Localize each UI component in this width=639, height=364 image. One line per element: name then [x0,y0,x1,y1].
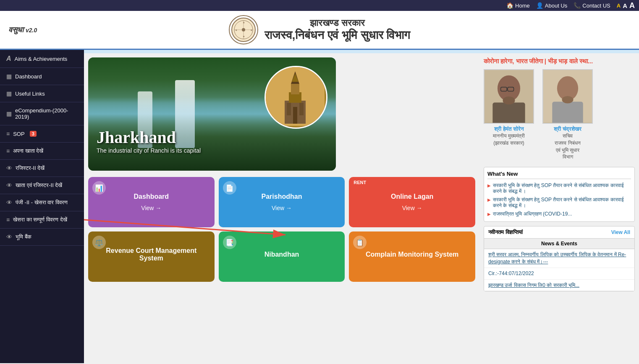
ecompendium-icon: ▦ [6,110,12,117]
tile-online-lagan-view[interactable]: View → [402,205,422,211]
tile-parishodhan-title: Parishodhan [262,193,302,200]
sidebar-item-useful-links[interactable]: ▦ Useful Links [0,85,84,102]
sidebar: A Aims & Achievements ▦ Dashboard ▦ Usef… [0,50,84,363]
about-us-nav-item[interactable]: 👤 About Us [536,2,567,9]
home-nav-item[interactable]: 🏠 Home [506,2,530,9]
sidebar-item-apna-khata[interactable]: ≡ अपना खाता देखें [0,143,84,160]
sidebar-item-sop[interactable]: ≡ SOP 3 [0,125,84,143]
apna-khata-icon: ≡ [6,148,10,154]
main-center: Jharkhand The industrial city of Ranchi … [84,53,479,363]
svg-rect-20 [492,103,525,124]
sidebar-item-ecompendium[interactable]: ▦ eCompendium-(2000-2019) [0,102,84,125]
tile-complain-title: Complain Monitoring System [366,251,458,258]
tile-revenue-court[interactable]: ⚖️ Revenue Court Management System [88,231,215,282]
hero-image: Jharkhand The industrial city of Ranchi … [88,57,336,171]
contact-us-nav-item[interactable]: 📞 Contact US [574,2,610,9]
sidebar-dashboard-label: Dashboard [15,73,42,80]
sidebar-item-aims[interactable]: A Aims & Achievements [0,50,84,68]
naveenatam-title: नवीनतम विज्ञप्तियां [488,229,523,236]
sidebar-sop-label: SOP [13,131,24,137]
bhoomi-bank-icon: 👁 [6,234,12,240]
svg-point-28 [562,96,573,103]
tile-nibandhan[interactable]: 📑 Nibandhan [219,231,345,282]
news-item-3-text: झारखण्ड उर्जा विकास निगम लि0 को सरकारी भ… [488,282,579,288]
secretary-portrait-svg [543,69,592,124]
svg-rect-27 [552,102,583,124]
sidebar-panji-ii-label: पंजी -II - खेसरा वार विवरण [16,199,68,206]
header-title-block: झारखण्ड सरकार राजस्व,निबंधन एवं भूमि सुध… [265,18,411,42]
cm-photo [484,69,534,124]
tile-dashboard-view[interactable]: View → [141,205,161,211]
whats-new-item-3[interactable]: राजस्वत्रित भूमि अधिग्रहण (COVID-19... [487,210,631,218]
content-body: Jharkhand The industrial city of Ranchi … [84,53,639,363]
news-item-1-text: श्री सरवर आलम, निम्नवर्गीय लिपिक को उच्च… [488,252,626,265]
khesra-icon: ≡ [6,216,10,223]
whats-new-item-2[interactable]: सरकारी भूमि के संरक्षण हेतु SOP तैयार कर… [487,195,631,210]
news-events-header: News & Events [484,239,634,249]
official-cm: श्री हेमंत सोरेन माननीय मुख्यमंत्री (झार… [484,69,534,161]
sidebar-item-panji-ii[interactable]: 👁 पंजी -II - खेसरा वार विवरण [0,194,84,211]
svg-rect-16 [287,103,291,115]
secretary-name: श्री चंद्रशेखर [554,126,581,133]
svg-text:★: ★ [235,29,237,31]
tile-complain-monitoring[interactable]: 📋 Complain Monitoring System [349,231,475,282]
news-item-1[interactable]: श्री सरवर आलम, निम्नवर्गीय लिपिक को उच्च… [484,249,634,268]
brand-version: v2.0 [26,27,37,34]
sidebar-item-dashboard[interactable]: ▦ Dashboard [0,68,84,85]
tile-online-lagan[interactable]: RENT Online Lagan View → [349,177,475,227]
news-item-2-text: Cir.:-744:07/12/2022 [488,270,534,276]
home-icon: 🏠 [506,2,513,9]
svg-rect-17 [299,103,304,115]
contact-us-label: Contact US [582,3,610,9]
naveenatam-header: नवीनतम विज्ञप्तियां View All [484,226,634,239]
sidebar-item-bhoomi-bank[interactable]: 👁 भूमि बैंक [0,229,84,246]
font-size-small[interactable]: A [617,3,621,9]
whats-new-item-1[interactable]: सरकारी भूमि के संरक्षण हेतु SOP तैयार कर… [487,181,631,195]
secretary-photo [542,69,593,124]
news-item-3[interactable]: झारखण्ड उर्जा विकास निगम लि0 को सरकारी भ… [484,280,634,291]
tile-revenue-icon: ⚖️ [92,236,106,249]
sidebar-item-khesra-sampurn[interactable]: ≡ खेसरा का सम्पूर्ण विवरण देखें [0,211,84,229]
font-size-large[interactable]: A [629,1,635,10]
sidebar-item-khata-register[interactable]: 👁 खाता एवं रजिस्टर-II देखें [0,177,84,194]
sop-badge: 3 [30,131,37,137]
officials-row: श्री हेमंत सोरेन माननीय मुख्यमंत्री (झार… [484,69,635,161]
tile-dashboard[interactable]: 📊 Dashboard View → [88,177,215,227]
main-layout: A Aims & Achievements ▦ Dashboard ▦ Usef… [0,50,639,363]
government-logo: ★ ★ ★ ★ [229,15,258,44]
sidebar-ecompendium-label: eCompendium-(2000-2019) [15,107,78,120]
tile-parishodhan[interactable]: 📄 Parishodhan View → [219,177,345,227]
svg-rect-15 [293,107,297,124]
whats-new-box: What's New सरकारी भूमि के संरक्षण हेतु S… [484,167,635,222]
font-size-medium[interactable]: A [623,2,627,9]
tile-nibandhan-title: Nibandhan [265,251,299,258]
tile-parishodhan-view[interactable]: View → [272,205,292,211]
sidebar-khesra-label: खेसरा का सम्पूर्ण विवरण देखें [13,216,67,223]
department-name: राजस्व,निबंधन एवं भूमि सुधार विभाग [265,29,411,42]
tile-online-lagan-badge: RENT [351,179,369,186]
home-label: Home [515,3,530,9]
tiles-grid: 📊 Dashboard View → 📄 Parishodhan View → … [88,177,475,282]
sidebar-register-ii-label: रजिस्टर-II देखें [16,165,45,172]
phone-icon: 📞 [574,2,581,9]
cm-photo-inner [484,70,533,123]
hero-sub-text: The industrial city of Ranchi is its cap… [97,147,201,154]
tile-online-lagan-title: Online Lagan [391,193,433,200]
tile-parishodhan-icon: 📄 [223,181,236,195]
sidebar-bhoomi-bank-label: भूमि बैंक [16,234,31,240]
svg-text:★: ★ [250,29,252,31]
cm-title: माननीय मुख्यमंत्री (झारखंड सरकार) [493,133,525,147]
person-icon: 👤 [536,2,543,9]
sidebar-useful-links-label: Useful Links [15,91,45,97]
sidebar-item-register-ii[interactable]: 👁 रजिस्टर-II देखें [0,160,84,177]
sop-icon: ≡ [6,130,10,137]
view-all-link[interactable]: View All [611,229,630,235]
state-name: झारखण्ड सरकार [265,18,411,29]
top-navbar: 🏠 Home 👤 About Us 📞 Contact US A A A [0,0,639,11]
svg-rect-12 [291,84,299,94]
naveenatam-box: नवीनतम विज्ञप्तियां View All News & Even… [484,226,635,291]
khata-register-icon: 👁 [6,182,12,189]
secretary-title: सचिव राजस्व निबंधन एवं भूमि सुधार विभाग [555,133,580,161]
brand-name: वसुधा [8,26,24,34]
tile-complain-icon: 📋 [353,236,367,249]
